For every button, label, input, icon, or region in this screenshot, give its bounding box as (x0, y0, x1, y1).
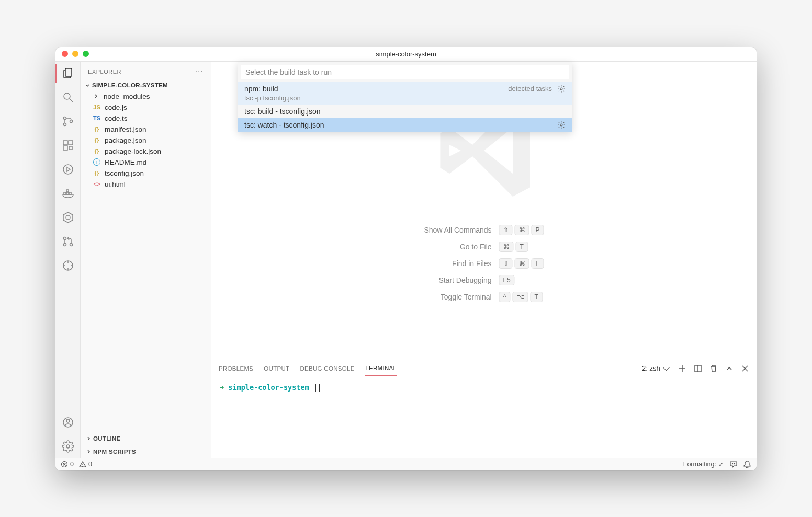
key: F (532, 258, 544, 269)
quick-pick-item[interactable]: npm: build tsc -p tsconfig.json detected… (238, 82, 572, 105)
outline-section[interactable]: OUTLINE (81, 432, 211, 445)
tab-problems[interactable]: PROBLEMS (219, 361, 253, 376)
svg-rect-6 (63, 141, 67, 145)
sidebar-header: EXPLORER ··· (81, 62, 211, 79)
panel-controls: 2: zsh (640, 363, 749, 373)
shortcut-label: Toggle Terminal (424, 293, 491, 301)
key: ⌘ (499, 242, 514, 252)
warning-count: 0 (88, 461, 92, 468)
workspace-folder[interactable]: SIMPLE-COLOR-SYSTEM (81, 79, 211, 91)
quick-pick-item[interactable]: tsc: build - tsconfig.json (238, 105, 572, 118)
configure-task-icon[interactable] (557, 121, 566, 129)
search-icon[interactable] (61, 90, 75, 105)
tab-debug-console[interactable]: DEBUG CONSOLE (300, 361, 354, 376)
svg-point-32 (734, 463, 735, 464)
kubernetes-icon[interactable] (61, 210, 75, 225)
terminal[interactable]: ➜ simple-color-system (211, 378, 757, 458)
shortcut-label: Show All Commands (424, 226, 491, 234)
docker-icon[interactable] (61, 186, 75, 201)
configure-task-icon[interactable] (557, 85, 566, 93)
npm-scripts-label: NPM SCRIPTS (93, 449, 136, 455)
svg-point-5 (70, 120, 72, 122)
status-feedback-icon[interactable] (729, 460, 738, 468)
json-file-icon: {} (92, 170, 102, 176)
tree-label: README.md (105, 158, 146, 166)
file-tree: node_modules JS code.js TS code.ts {} ma… (81, 91, 211, 194)
tree-item-file[interactable]: <> ui.html (89, 179, 207, 190)
chevron-down-icon (84, 82, 91, 89)
tree-label: ui.html (105, 180, 126, 188)
extensions-icon[interactable] (61, 138, 75, 153)
sidebar-title: EXPLORER (88, 68, 121, 75)
svg-point-16 (66, 215, 70, 220)
tree-label: code.js (105, 104, 127, 111)
shortcut-keys: ⇧ ⌘ P (499, 225, 544, 235)
tab-output[interactable]: OUTPUT (264, 361, 289, 376)
kill-terminal-icon[interactable] (709, 364, 718, 373)
status-bar: 0 0 Formatting: ✓ (55, 458, 757, 470)
explorer-icon[interactable] (61, 66, 75, 81)
tree-item-file[interactable]: {} package-lock.json (89, 146, 207, 157)
chevron-right-icon (85, 448, 92, 455)
npm-scripts-section[interactable]: NPM SCRIPTS (81, 445, 211, 458)
key: ⌥ (513, 292, 528, 302)
shortcut-keys: ⌘ T (499, 242, 544, 252)
folder-name: SIMPLE-COLOR-SYSTEM (92, 82, 168, 88)
svg-rect-7 (69, 141, 73, 145)
key: ⌘ (515, 225, 529, 235)
editor-area: npm: build tsc -p tsconfig.json detected… (211, 62, 757, 458)
status-bell-icon[interactable] (743, 460, 751, 468)
svg-line-2 (70, 99, 73, 102)
tree-item-file[interactable]: {} manifest.json (89, 124, 207, 135)
pull-requests-icon[interactable] (61, 234, 75, 249)
more-actions-icon[interactable]: ··· (195, 67, 204, 76)
terminal-select[interactable]: 2: zsh (640, 363, 671, 373)
workbench: EXPLORER ··· SIMPLE-COLOR-SYSTEM node_mo… (55, 62, 757, 458)
activity-bar (55, 62, 81, 458)
tree-item-file[interactable]: JS code.js (89, 102, 207, 113)
split-terminal-icon[interactable] (694, 364, 702, 373)
quick-pick-input[interactable] (241, 65, 569, 79)
accounts-icon[interactable] (61, 415, 75, 430)
error-count: 0 (70, 461, 74, 468)
run-debug-icon[interactable] (61, 162, 75, 177)
new-terminal-icon[interactable] (678, 364, 686, 373)
tree-item-folder[interactable]: node_modules (89, 91, 207, 102)
svg-point-25 (560, 124, 562, 126)
traffic-lights (62, 51, 89, 57)
status-formatting[interactable]: Formatting: ✓ (683, 461, 724, 468)
tree-item-file[interactable]: {} package.json (89, 135, 207, 146)
svg-rect-0 (65, 68, 72, 76)
svg-point-18 (63, 243, 66, 246)
ts-file-icon: TS (92, 115, 102, 121)
quick-pick-item-title: tsc: build - tsconfig.json (244, 107, 321, 116)
quick-pick-item[interactable]: tsc: watch - tsconfig.json (238, 118, 572, 132)
close-window-button[interactable] (62, 51, 68, 57)
panel: PROBLEMS OUTPUT DEBUG CONSOLE TERMINAL 2… (211, 359, 757, 458)
maximize-window-button[interactable] (83, 51, 89, 57)
tab-terminal[interactable]: TERMINAL (365, 361, 397, 376)
tree-item-file[interactable]: i README.md (89, 157, 207, 168)
minimize-window-button[interactable] (72, 51, 78, 57)
shortcut-keys: ^ ⌥ T (499, 292, 544, 302)
js-file-icon: JS (92, 104, 102, 110)
explorer-sidebar: EXPLORER ··· SIMPLE-COLOR-SYSTEM node_mo… (81, 62, 211, 458)
shortcut-label: Start Debugging (424, 276, 491, 284)
tree-label: package.json (105, 136, 146, 144)
terminal-selector[interactable]: 2: zsh (640, 363, 671, 373)
gitlens-icon[interactable] (61, 258, 75, 273)
key: T (531, 292, 543, 302)
close-panel-icon[interactable] (741, 364, 749, 373)
panel-tabs: PROBLEMS OUTPUT DEBUG CONSOLE TERMINAL 2… (211, 359, 757, 378)
gear-icon[interactable] (61, 439, 75, 454)
source-control-icon[interactable] (61, 114, 75, 129)
status-errors[interactable]: 0 (61, 461, 74, 468)
svg-rect-8 (63, 146, 67, 150)
maximize-panel-icon[interactable] (725, 364, 734, 373)
tree-item-file[interactable]: TS code.ts (89, 113, 207, 124)
terminal-cursor (315, 384, 320, 392)
key: P (532, 225, 544, 235)
tree-item-file[interactable]: {} tsconfig.json (89, 168, 207, 179)
status-warnings[interactable]: 0 (79, 461, 92, 468)
shortcut-label: Find in Files (424, 259, 491, 268)
